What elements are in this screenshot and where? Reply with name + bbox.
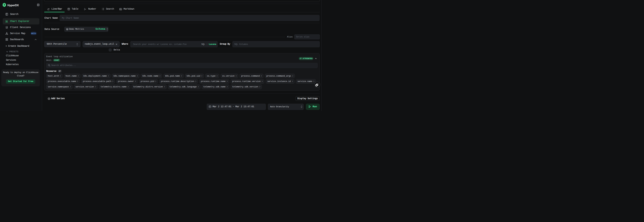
svg-text:2: 2 — [84, 9, 85, 10]
svg-text:3: 3 — [85, 8, 86, 10]
